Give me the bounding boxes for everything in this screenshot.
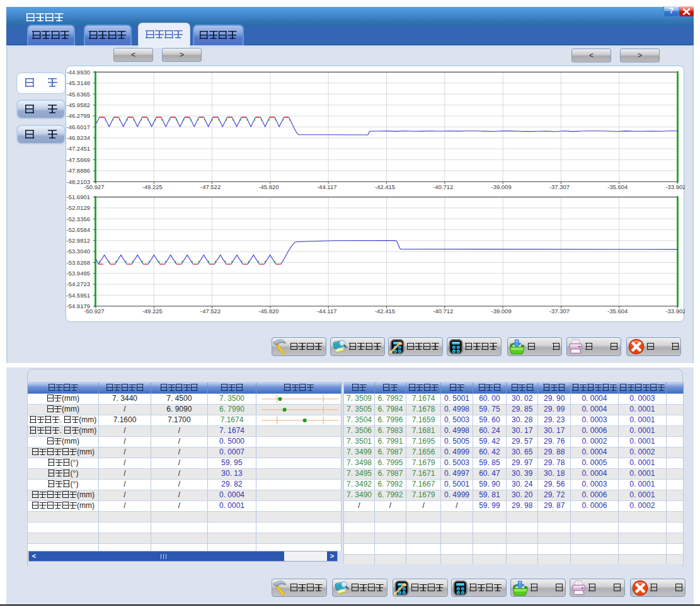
- svg-text:-53.9495: -53.9495: [66, 270, 90, 277]
- svg-text:-50.927: -50.927: [84, 308, 104, 315]
- svg-text:-40.712: -40.712: [433, 183, 453, 190]
- svg-text:-39.009: -39.009: [491, 183, 511, 190]
- svg-text:-52.0129: -52.0129: [66, 204, 90, 211]
- svg-text:-50.927: -50.927: [84, 183, 104, 190]
- svg-text:-37.307: -37.307: [549, 183, 570, 190]
- svg-text:-52.9812: -52.9812: [66, 237, 90, 244]
- svg-text:-46.9234: -46.9234: [66, 134, 90, 141]
- svg-text:-47.2451: -47.2451: [66, 145, 90, 152]
- svg-text:-37.307: -37.307: [549, 308, 570, 315]
- svg-text:-49.225: -49.225: [142, 183, 163, 190]
- svg-text:-42.415: -42.415: [375, 308, 395, 315]
- svg-text:-47.522: -47.522: [200, 308, 221, 315]
- svg-text:-44.117: -44.117: [317, 308, 337, 315]
- svg-text:-54.2723: -54.2723: [66, 280, 90, 287]
- svg-text:-47.5669: -47.5669: [66, 156, 90, 163]
- svg-text:-45.820: -45.820: [258, 308, 278, 315]
- svg-text:-45.3148: -45.3148: [66, 79, 90, 86]
- svg-text:-33.902: -33.902: [665, 308, 685, 315]
- svg-text:-45.9582: -45.9582: [66, 101, 90, 108]
- svg-text:-44.117: -44.117: [317, 183, 337, 190]
- svg-text:-53.6268: -53.6268: [66, 259, 90, 266]
- svg-text:-42.415: -42.415: [375, 183, 395, 190]
- svg-text:-49.225: -49.225: [142, 308, 163, 315]
- svg-text:-51.6901: -51.6901: [66, 193, 90, 200]
- svg-text:-52.3356: -52.3356: [66, 216, 90, 222]
- svg-text:-35.604: -35.604: [607, 308, 628, 315]
- svg-text:-52.6584: -52.6584: [66, 226, 90, 233]
- svg-text:-33.902: -33.902: [665, 183, 685, 190]
- svg-text:-39.009: -39.009: [491, 308, 511, 315]
- svg-text:-44.9930: -44.9930: [66, 69, 90, 76]
- svg-text:-45.6365: -45.6365: [66, 91, 90, 98]
- svg-text:-46.2799: -46.2799: [66, 112, 90, 119]
- svg-text:-35.604: -35.604: [607, 183, 628, 190]
- svg-text:-46.6017: -46.6017: [66, 124, 90, 130]
- svg-text:-47.8886: -47.8886: [66, 167, 90, 174]
- svg-text:-54.5951: -54.5951: [66, 292, 90, 299]
- svg-text:-45.820: -45.820: [258, 183, 278, 190]
- svg-text:-40.712: -40.712: [433, 308, 453, 315]
- svg-text:-47.522: -47.522: [200, 183, 221, 190]
- svg-text:-53.3040: -53.3040: [66, 248, 90, 255]
